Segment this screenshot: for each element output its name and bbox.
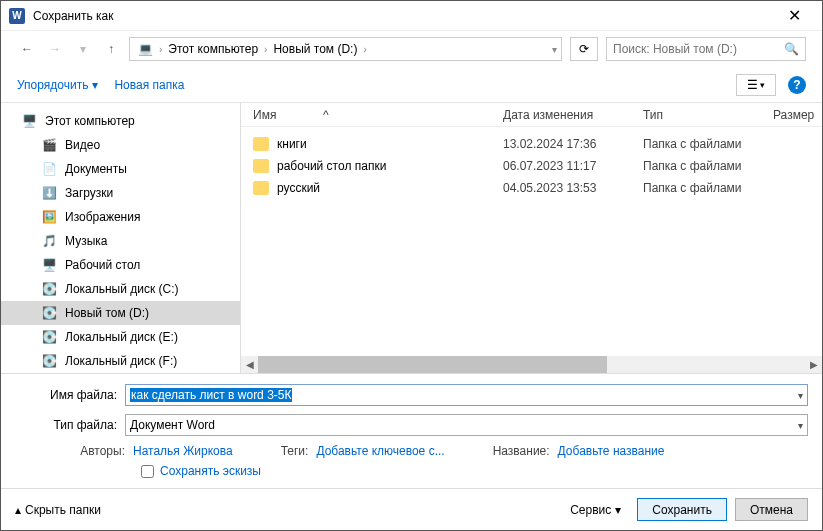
toolbar: Упорядочить ▾ Новая папка ☰ ▾ ?: [1, 67, 822, 103]
close-button[interactable]: ✕: [774, 6, 814, 25]
sidebar-item-label: Видео: [65, 138, 100, 152]
search-icon[interactable]: 🔍: [784, 42, 799, 56]
file-type: Папка с файлами: [643, 181, 773, 195]
title-value[interactable]: Добавьте название: [558, 444, 665, 458]
hide-folders-button[interactable]: ▴ Скрыть папки: [15, 503, 101, 517]
save-thumbnail-label[interactable]: Сохранять эскизы: [160, 464, 261, 478]
col-name-header[interactable]: Имя ^: [253, 108, 503, 122]
filetype-dropdown-icon[interactable]: ▾: [798, 420, 803, 431]
file-date: 04.05.2023 13:53: [503, 181, 643, 195]
filename-input-wrapper[interactable]: как сделать лист в word 3-5К ▾: [125, 384, 808, 406]
breadcrumb-pc-icon[interactable]: 💻: [134, 40, 157, 58]
window-title: Сохранить как: [33, 9, 774, 23]
new-folder-button[interactable]: Новая папка: [114, 78, 184, 92]
tags-value[interactable]: Добавьте ключевое с...: [316, 444, 444, 458]
search-box[interactable]: 🔍: [606, 37, 806, 61]
breadcrumb-part-drive[interactable]: Новый том (D:): [269, 40, 361, 58]
chevron-icon: ›: [159, 44, 162, 55]
file-name: русский: [277, 181, 320, 195]
file-row[interactable]: рабочий стол папки06.07.2023 11:17Папка …: [241, 155, 822, 177]
sidebar-item-label: Изображения: [65, 210, 140, 224]
col-date-header[interactable]: Дата изменения: [503, 108, 643, 122]
sidebar-item-desktop[interactable]: 🖥️Рабочий стол: [1, 253, 240, 277]
forward-button[interactable]: →: [45, 39, 65, 59]
col-size-header[interactable]: Размер: [773, 108, 822, 122]
chevron-icon: ›: [264, 44, 267, 55]
sidebar-item-label: Новый том (D:): [65, 306, 149, 320]
view-mode-button[interactable]: ☰ ▾: [736, 74, 776, 96]
help-button[interactable]: ?: [788, 76, 806, 94]
folder-icon: [253, 137, 269, 151]
drive-f-icon: 💽: [41, 353, 57, 369]
filename-label: Имя файла:: [15, 388, 125, 402]
footer-bar: ▴ Скрыть папки Сервис ▾ Сохранить Отмена: [1, 488, 822, 530]
main-content: 🖥️Этот компьютер🎬Видео📄Документы⬇️Загруз…: [1, 103, 822, 374]
sidebar-item-drive-f[interactable]: 💽Локальный диск (F:): [1, 349, 240, 373]
title-label: Название:: [493, 444, 550, 458]
sidebar-item-label: Документы: [65, 162, 127, 176]
sidebar-item-label: Загрузки: [65, 186, 113, 200]
sidebar-item-label: Музыка: [65, 234, 107, 248]
sidebar-item-music[interactable]: 🎵Музыка: [1, 229, 240, 253]
back-button[interactable]: ←: [17, 39, 37, 59]
filetype-label: Тип файла:: [15, 418, 125, 432]
sidebar-tree[interactable]: 🖥️Этот компьютер🎬Видео📄Документы⬇️Загруз…: [1, 103, 241, 373]
file-date: 06.07.2023 11:17: [503, 159, 643, 173]
horizontal-scrollbar[interactable]: ◀ ▶: [241, 356, 822, 373]
downloads-icon: ⬇️: [41, 185, 57, 201]
titlebar: W Сохранить как ✕: [1, 1, 822, 31]
organize-button[interactable]: Упорядочить ▾: [17, 78, 98, 92]
breadcrumb-part-pc[interactable]: Этот компьютер: [164, 40, 262, 58]
file-row[interactable]: русский04.05.2023 13:53Папка с файлами: [241, 177, 822, 199]
file-row[interactable]: книги13.02.2024 17:36Папка с файлами: [241, 133, 822, 155]
file-type: Папка с файлами: [643, 137, 773, 151]
word-app-icon: W: [9, 8, 25, 24]
breadcrumb[interactable]: 💻 › Этот компьютер › Новый том (D:) › ▾: [129, 37, 562, 61]
sidebar-item-label: Локальный диск (E:): [65, 330, 178, 344]
music-icon: 🎵: [41, 233, 57, 249]
recent-dropdown[interactable]: ▾: [73, 39, 93, 59]
sidebar-item-documents[interactable]: 📄Документы: [1, 157, 240, 181]
pc-icon: 🖥️: [21, 113, 37, 129]
save-form: Имя файла: как сделать лист в word 3-5К …: [1, 374, 822, 488]
refresh-button[interactable]: ⟳: [570, 37, 598, 61]
file-rows-container: книги13.02.2024 17:36Папка с файламирабо…: [241, 127, 822, 356]
breadcrumb-dropdown-icon[interactable]: ▾: [552, 44, 557, 55]
file-list-panel: Имя ^ Дата изменения Тип Размер книги13.…: [241, 103, 822, 373]
up-button[interactable]: ↑: [101, 39, 121, 59]
scroll-thumb[interactable]: [258, 356, 607, 373]
drive-e-icon: 💽: [41, 329, 57, 345]
authors-value[interactable]: Наталья Жиркова: [133, 444, 233, 458]
list-view-icon: ☰: [747, 78, 758, 92]
col-type-header[interactable]: Тип: [643, 108, 773, 122]
sidebar-item-drive-c[interactable]: 💽Локальный диск (C:): [1, 277, 240, 301]
search-input[interactable]: [613, 42, 784, 56]
tags-label: Теги:: [281, 444, 309, 458]
sidebar-item-downloads[interactable]: ⬇️Загрузки: [1, 181, 240, 205]
sidebar-item-videos[interactable]: 🎬Видео: [1, 133, 240, 157]
save-thumbnail-checkbox[interactable]: [141, 465, 154, 478]
file-date: 13.02.2024 17:36: [503, 137, 643, 151]
sidebar-item-label: Локальный диск (F:): [65, 354, 177, 368]
scroll-right-icon[interactable]: ▶: [805, 356, 822, 373]
cancel-button[interactable]: Отмена: [735, 498, 808, 521]
documents-icon: 📄: [41, 161, 57, 177]
filename-dropdown-icon[interactable]: ▾: [798, 390, 803, 401]
file-name: книги: [277, 137, 307, 151]
filetype-select[interactable]: Документ Word ▾: [125, 414, 808, 436]
authors-label: Авторы:: [55, 444, 125, 458]
sidebar-item-pictures[interactable]: 🖼️Изображения: [1, 205, 240, 229]
folder-icon: [253, 159, 269, 173]
organize-label: Упорядочить: [17, 78, 88, 92]
scroll-left-icon[interactable]: ◀: [241, 356, 258, 373]
save-button[interactable]: Сохранить: [637, 498, 727, 521]
sidebar-item-drive-d[interactable]: 💽Новый том (D:): [1, 301, 240, 325]
tools-button[interactable]: Сервис ▾: [562, 503, 629, 517]
file-name: рабочий стол папки: [277, 159, 386, 173]
sidebar-item-drive-e[interactable]: 💽Локальный диск (E:): [1, 325, 240, 349]
filename-input[interactable]: как сделать лист в word 3-5К: [130, 388, 292, 402]
collapse-icon: ▴: [15, 503, 21, 517]
sidebar-item-pc[interactable]: 🖥️Этот компьютер: [1, 109, 240, 133]
sidebar-item-label: Этот компьютер: [45, 114, 135, 128]
tools-label: Сервис: [570, 503, 611, 517]
